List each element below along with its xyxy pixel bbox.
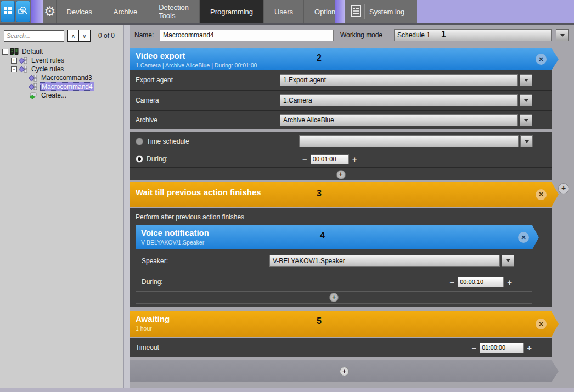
add-action-button[interactable]: + bbox=[340, 367, 349, 376]
tree-item-event-rules[interactable]: + Event rules bbox=[0, 56, 123, 65]
chevron-up-icon: ∧ bbox=[71, 33, 75, 39]
close-action-button[interactable]: ✕ bbox=[536, 189, 547, 200]
working-mode-dropdown[interactable]: Schedule 1 1 bbox=[394, 29, 552, 41]
chevron-down-icon: ∨ bbox=[82, 33, 86, 39]
camera-dropdown-button[interactable] bbox=[520, 94, 532, 106]
settings-gear-button[interactable]: ⚙ bbox=[44, 0, 56, 23]
increment-button[interactable]: + bbox=[504, 278, 515, 286]
decrement-button[interactable]: − bbox=[468, 344, 480, 352]
tree-item-label: Create... bbox=[40, 92, 67, 99]
tab-users[interactable]: Users bbox=[263, 0, 303, 23]
during-time-input[interactable] bbox=[311, 154, 349, 164]
magnifier-icon bbox=[18, 5, 28, 18]
tab-label: Archive bbox=[114, 8, 137, 16]
add-action-button[interactable]: + bbox=[336, 170, 346, 179]
action-title: Video export bbox=[136, 51, 559, 60]
voice-during-label: During: bbox=[142, 278, 163, 286]
top-toolbar: ⚙ Devices Archive Detection Tools Progra… bbox=[0, 0, 574, 23]
time-schedule-dropdown[interactable] bbox=[299, 135, 519, 147]
name-input[interactable] bbox=[160, 30, 334, 41]
collapse-expander-icon[interactable]: - bbox=[11, 66, 17, 72]
archive-row: Archive Archive AliceBlue bbox=[130, 110, 552, 129]
camera-dropdown[interactable]: 1.Camera bbox=[280, 94, 518, 106]
dropdown-arrow-icon bbox=[506, 259, 510, 262]
search-prev-button[interactable]: ∧ bbox=[67, 30, 79, 42]
speaker-dropdown-button[interactable] bbox=[502, 255, 514, 267]
export-agent-row: Export agent 1.Export agent bbox=[130, 70, 552, 90]
time-schedule-dropdown-button[interactable] bbox=[520, 135, 533, 147]
timeout-time-input[interactable] bbox=[480, 343, 524, 353]
video-export-fields: Export agent 1.Export agent Camera 1.Cam… bbox=[130, 70, 552, 129]
archive-value: Archive AliceBlue bbox=[283, 116, 334, 124]
search-camera-button[interactable] bbox=[16, 1, 30, 22]
tree-item-macrocommand3[interactable]: Macrocommand3 bbox=[0, 73, 123, 82]
speaker-dropdown[interactable]: V-BELYAKOV/1.Speaker bbox=[269, 255, 500, 267]
collapse-expander-icon[interactable]: - bbox=[2, 49, 8, 55]
video-export-header: Video export 1.Camera | Archive AliceBlu… bbox=[130, 48, 559, 70]
archive-label: Archive bbox=[136, 116, 280, 124]
tree-item-default[interactable]: - Default bbox=[0, 47, 123, 56]
gear-icon: ⚙ bbox=[44, 4, 56, 19]
speaker-row: Speaker: V-BELYAKOV/1.Speaker bbox=[136, 249, 532, 272]
voice-notification-header: Voice notification V-BELYAKOV/1.Speaker … bbox=[136, 225, 539, 249]
close-action-button[interactable]: ✕ bbox=[536, 319, 547, 329]
working-mode-dropdown-button[interactable] bbox=[556, 29, 569, 41]
perform-after-label: Perform after previous action finishes bbox=[130, 208, 552, 225]
tree-item-macrocommand4-selected[interactable]: Macrocommand4 bbox=[0, 82, 123, 91]
increment-button[interactable]: + bbox=[349, 155, 361, 163]
action-title: Voice notification bbox=[141, 228, 539, 237]
create-plus-icon bbox=[29, 92, 38, 99]
toolbar-filler bbox=[417, 0, 574, 23]
macro-diamond-icon bbox=[19, 66, 28, 73]
time-schedule-label: Time schedule bbox=[147, 138, 299, 145]
expand-expander-icon[interactable]: + bbox=[11, 58, 17, 64]
tab-devices[interactable]: Devices bbox=[56, 0, 103, 23]
working-mode-label: Working mode bbox=[340, 31, 387, 39]
tab-programming[interactable]: Programming bbox=[199, 0, 263, 23]
during-row: During: − + bbox=[130, 151, 552, 167]
close-action-button[interactable]: ✕ bbox=[518, 232, 529, 243]
add-action-button[interactable]: + bbox=[329, 293, 339, 302]
macro-tree-sidebar: ∧ ∨ 0 of 0 - Default + Event rules - bbox=[0, 25, 123, 388]
voice-during-row: During: − + bbox=[136, 272, 532, 292]
increment-button[interactable]: + bbox=[524, 344, 535, 352]
tab-archive[interactable]: Archive bbox=[103, 0, 148, 23]
voice-during-time-input[interactable] bbox=[458, 277, 504, 287]
decrement-button[interactable]: − bbox=[446, 278, 458, 286]
archive-dropdown-button[interactable] bbox=[520, 114, 532, 126]
export-agent-dropdown-button[interactable] bbox=[520, 74, 532, 86]
macro-diamond-icon bbox=[29, 83, 38, 90]
tree-item-cycle-rules[interactable]: - Cycle rules bbox=[0, 65, 123, 73]
action-subtitle: 1 hour bbox=[136, 325, 559, 332]
tab-label: Programming bbox=[210, 8, 253, 16]
add-top-level-action-row: + bbox=[130, 360, 559, 382]
tree-search-row: ∧ ∨ 0 of 0 bbox=[0, 25, 123, 44]
dropdown-arrow-icon bbox=[524, 119, 528, 122]
search-next-button[interactable]: ∨ bbox=[79, 30, 91, 42]
tree-item-create[interactable]: Create... bbox=[0, 91, 123, 100]
decrement-button[interactable]: − bbox=[299, 155, 311, 163]
layouts-button[interactable] bbox=[1, 1, 15, 22]
callout-4: 4 bbox=[320, 231, 325, 241]
sidebar-splitter[interactable] bbox=[123, 25, 130, 388]
close-action-button[interactable]: ✕ bbox=[536, 54, 547, 65]
tree-item-label: Default bbox=[21, 48, 44, 55]
system-log-button[interactable]: System log bbox=[345, 0, 417, 23]
archive-dropdown[interactable]: Archive AliceBlue bbox=[280, 114, 518, 126]
tab-label: Users bbox=[274, 8, 293, 16]
camera-label: Camera bbox=[136, 96, 280, 104]
action-subtitle: 1.Camera | Archive AliceBlue | During: 0… bbox=[136, 62, 559, 69]
search-input[interactable] bbox=[4, 30, 64, 42]
document-list-icon bbox=[351, 5, 361, 19]
tree-item-label: Macrocommand3 bbox=[40, 74, 93, 82]
action-subtitle: V-BELYAKOV/1.Speaker bbox=[141, 239, 539, 246]
tree-item-label: Event rules bbox=[30, 56, 65, 64]
search-match-counter: 0 of 0 bbox=[98, 32, 115, 39]
callout-2: 2 bbox=[317, 53, 322, 63]
during-radio[interactable] bbox=[136, 155, 143, 163]
tab-detection-tools[interactable]: Detection Tools bbox=[148, 0, 199, 23]
working-mode-value: Schedule 1 bbox=[397, 31, 430, 39]
export-agent-dropdown[interactable]: 1.Export agent bbox=[280, 74, 518, 86]
insert-action-button[interactable]: + bbox=[558, 183, 569, 194]
time-schedule-radio[interactable] bbox=[136, 138, 143, 145]
